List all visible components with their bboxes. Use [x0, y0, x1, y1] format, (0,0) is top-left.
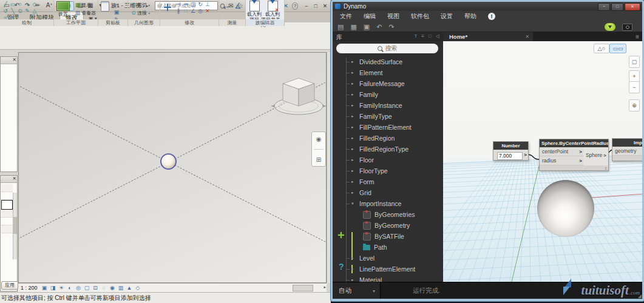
import-instance-node[interactable]: Importin geometry: [612, 138, 642, 161]
library-item-Grid[interactable]: ▸Grid: [333, 187, 443, 198]
chevron-right-icon[interactable]: ▸: [351, 147, 356, 152]
rectangle-tool-icon[interactable]: ▭: [9, 1, 16, 8]
library-item-Floor[interactable]: ▸Floor: [333, 155, 443, 165]
library-item-ImportInstance[interactable]: ▾ImportInstance: [333, 198, 443, 209]
menu-编辑[interactable]: 编辑: [364, 12, 376, 21]
analytical-model-icon[interactable]: ▲: [126, 285, 133, 291]
chevron-right-icon[interactable]: ▸: [351, 179, 356, 184]
apply-button[interactable]: 应用: [1, 281, 18, 290]
number-node[interactable]: Number 7.000 >: [493, 141, 529, 161]
library-detail-icon[interactable]: □: [429, 33, 432, 39]
circle-tool-icon[interactable]: ○: [16, 1, 24, 8]
sphere-node-title[interactable]: Sphere.ByCenterPointRadius: [540, 139, 608, 147]
menu-软件包[interactable]: 软件包: [411, 12, 429, 21]
library-item-Family[interactable]: ▸Family: [333, 89, 443, 100]
scale-icon[interactable]: ∠: [189, 8, 197, 15]
zoom-region-icon[interactable]: ⊞: [316, 156, 321, 163]
viewer-button[interactable]: ▥查看器: [74, 10, 96, 16]
line2-tool-icon[interactable]: ╲: [9, 8, 16, 15]
library-item-DividedSurface[interactable]: ▸DividedSurface: [333, 56, 443, 67]
measure-angle-icon[interactable]: ∡: [234, 2, 242, 9]
number-output-port[interactable]: >: [524, 152, 527, 158]
cut-geometry-button[interactable]: ⊡剪切 ▾: [130, 2, 150, 8]
dynamo-close-button[interactable]: ✕: [625, 3, 640, 11]
draw-scroll-up-icon[interactable]: ▾: [50, 2, 52, 6]
temporary-hide-icon[interactable]: ◌: [101, 285, 107, 291]
rendering-icon[interactable]: ◎: [75, 285, 82, 291]
close-icon[interactable]: ✕: [12, 57, 16, 63]
selected-sphere-element[interactable]: [160, 153, 177, 170]
view-scale-button[interactable]: 1 : 200: [21, 285, 38, 291]
sphere-node[interactable]: Sphere.ByCenterPointRadius centerPoint> …: [539, 139, 609, 171]
notifications-icon[interactable]: !: [488, 13, 495, 20]
delete-icon[interactable]: ✕: [204, 8, 211, 15]
array-icon[interactable]: ∷: [182, 8, 189, 15]
line-tool-icon[interactable]: ╱: [2, 1, 9, 8]
pin-icon[interactable]: ◎: [197, 8, 204, 15]
menu-文件[interactable]: 文件: [340, 12, 352, 21]
library-item-FilledRegion[interactable]: ▸FilledRegion: [333, 133, 443, 144]
zoom-in-button[interactable]: +: [629, 70, 640, 82]
chevron-right-icon[interactable]: ▸: [351, 267, 356, 271]
align-icon[interactable]: ⊣: [175, 1, 182, 8]
library-item-BySATFile[interactable]: BySATFile: [333, 231, 443, 242]
property-row[interactable]: [1, 225, 13, 233]
chevron-down-icon[interactable]: ▾: [351, 201, 356, 206]
library-item-FillPatternElement[interactable]: ▸FillPatternElement: [333, 122, 443, 133]
chevron-right-icon[interactable]: ▸: [351, 190, 356, 195]
chevron-right-icon[interactable]: ▸: [351, 92, 356, 97]
crop-region-icon[interactable]: ⊡: [92, 285, 99, 291]
chevron-right-icon[interactable]: ▸: [351, 70, 356, 75]
number-value-input[interactable]: 7.000: [497, 152, 523, 160]
reveal-hidden-icon[interactable]: ◉: [109, 285, 116, 291]
library-item-Level[interactable]: ▸Level: [333, 253, 443, 264]
sun-path-icon[interactable]: ☀: [58, 285, 65, 291]
tab-list-menu-icon[interactable]: ≡: [636, 33, 639, 40]
library-item-Element[interactable]: ▸Element: [333, 67, 443, 78]
close-tab-icon[interactable]: ✕: [525, 34, 529, 39]
library-item-FilledRegionType[interactable]: ▸FilledRegionType: [333, 144, 443, 155]
properties-scrollbar[interactable]: [13, 193, 17, 259]
steering-wheel-icon[interactable]: ◉: [316, 136, 322, 142]
zoom-fit-button[interactable]: ▢: [629, 56, 640, 68]
library-item-ByGeometries[interactable]: ByGeometries: [333, 209, 443, 220]
chevron-right-icon[interactable]: ▸: [351, 59, 356, 64]
menu-设置[interactable]: 设置: [441, 12, 453, 21]
arc-tool-icon[interactable]: ↺: [2, 8, 9, 15]
chevron-right-icon[interactable]: ▸: [351, 81, 356, 86]
library-item-Material[interactable]: ▸Material: [333, 275, 443, 282]
library-item-FloorType[interactable]: ▸FloorType: [333, 165, 443, 176]
show-workplane-button[interactable]: ▦显示: [74, 2, 96, 8]
move-button[interactable]: [163, 2, 172, 12]
scroll-right-icon[interactable]: ▸: [324, 285, 326, 290]
resize-grip-icon[interactable]: ◢: [638, 293, 642, 299]
close-icon[interactable]: ✕: [12, 176, 16, 182]
undo-icon[interactable]: ↶: [376, 23, 382, 31]
paste-button[interactable]: 粘贴: [101, 1, 109, 12]
graph-view-button[interactable]: ▭▭: [609, 44, 626, 53]
pick-line-tool-icon[interactable]: ✎: [24, 8, 31, 15]
library-filter-icon[interactable]: T: [414, 33, 417, 39]
horizontal-scrollbar-thumb[interactable]: [293, 285, 313, 291]
mirror-icon[interactable]: ◫: [189, 1, 197, 8]
rotate-icon[interactable]: ↻: [197, 1, 204, 8]
import-node-title[interactable]: Importin: [612, 139, 642, 147]
centerpoint-port[interactable]: >: [579, 149, 582, 155]
library-item-FamilyType[interactable]: ▸FamilyType: [333, 111, 443, 122]
set-workplane-button[interactable]: 设置: [56, 1, 70, 18]
temporary-view-icon[interactable]: ▥: [118, 285, 124, 291]
library-view-icon[interactable]: ≡: [421, 33, 424, 39]
displacement-icon[interactable]: ◇: [135, 285, 141, 291]
package-download-icon[interactable]: [605, 23, 615, 31]
menu-视图[interactable]: 视图: [387, 12, 399, 21]
library-item-FamilyInstance[interactable]: ▸FamilyInstance: [333, 100, 443, 111]
radius-input-row[interactable]: radius>: [540, 156, 583, 165]
radius-port[interactable]: >: [579, 158, 582, 164]
viewcube[interactable]: [271, 71, 327, 123]
library-pin-icon[interactable]: ◁: [436, 33, 439, 39]
crop-view-icon[interactable]: ▢: [84, 285, 90, 291]
property-row[interactable]: [1, 192, 13, 200]
library-item-FailureMessage[interactable]: ▸FailureMessage: [333, 78, 443, 89]
property-row[interactable]: [1, 218, 13, 225]
join-geometry-button[interactable]: ⊙连接 ▾: [130, 10, 150, 16]
